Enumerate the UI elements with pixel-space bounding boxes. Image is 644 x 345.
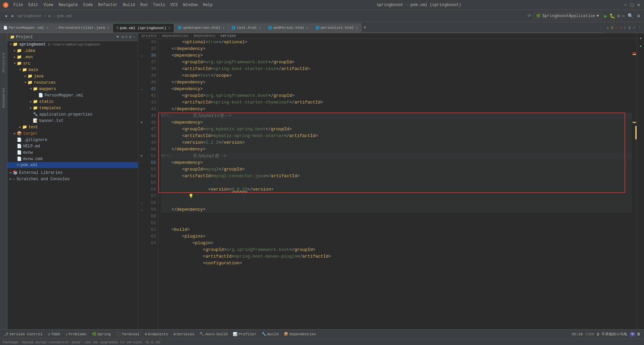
close-button[interactable]: ✕ bbox=[636, 2, 641, 8]
tree-item-name: pom.xml bbox=[20, 163, 37, 167]
menu-vcs[interactable]: VCS bbox=[168, 2, 180, 8]
gutter-cell-fold[interactable]: ⌄ bbox=[138, 206, 145, 213]
tree-item-static[interactable]: ▶ 📁 static bbox=[7, 98, 138, 105]
menu-window[interactable]: Window bbox=[180, 2, 200, 8]
sidebar-tab-structure[interactable]: Structure bbox=[1, 50, 7, 75]
gear-editor-button[interactable]: ⋮ bbox=[638, 25, 641, 30]
tree-item-test[interactable]: ▶ 📁 test bbox=[7, 124, 138, 130]
tree-item-target[interactable]: ▶ 📦 target bbox=[7, 130, 138, 137]
gutter-cell-fold[interactable]: ⌄ bbox=[138, 200, 145, 206]
tab-close-icon[interactable]: ✕ bbox=[306, 26, 308, 30]
tree-item-mvnw-cmd[interactable]: 📄 mvnw.cmd bbox=[7, 156, 138, 162]
debug-button[interactable]: 🐛 bbox=[609, 13, 615, 19]
toolbar-forward[interactable]: ▶ bbox=[10, 13, 16, 19]
profiler-button[interactable]: 📊 Profiler bbox=[231, 331, 258, 337]
tree-item-mvnw[interactable]: 📄 mvnw bbox=[7, 149, 138, 156]
input-cn-button[interactable]: 中 bbox=[630, 332, 635, 337]
gutter-cell-fold[interactable]: ⌄ bbox=[138, 86, 145, 92]
terminal-button[interactable]: ⬛ Terminal bbox=[115, 331, 141, 337]
filetree-locate-button[interactable]: ⊕ bbox=[121, 34, 124, 40]
menu-help[interactable]: Help bbox=[200, 2, 215, 8]
tree-item-external-libraries[interactable]: ▶ 📚 External Libraries bbox=[7, 169, 138, 176]
notification-icon-1[interactable]: ● bbox=[638, 36, 643, 41]
tab-close-icon[interactable]: ✕ bbox=[356, 26, 358, 30]
tab-updateperson-html[interactable]: 🌐 updateperson.html ✕ bbox=[174, 23, 228, 32]
version-control-button[interactable]: ⎇ Version Control bbox=[3, 331, 44, 337]
notification-icon-2[interactable]: ■ bbox=[638, 43, 643, 49]
services-button[interactable]: ⚙ Services bbox=[172, 331, 196, 337]
tree-item-pom-xml[interactable]: m pom.xml bbox=[7, 162, 138, 168]
filetree-minimize-button[interactable]: ─ bbox=[133, 35, 135, 40]
gutter-cell-fold[interactable]: ● bbox=[138, 153, 145, 159]
tree-item-banner-txt[interactable]: 📝 banner.txt bbox=[7, 118, 138, 124]
git-icon: ⎇ bbox=[4, 332, 8, 336]
vcs-update-icon[interactable]: ⟳ bbox=[528, 13, 531, 18]
tab-personmapper-xml[interactable]: 📄 PersonMapper.xml ✕ bbox=[0, 23, 52, 32]
menu-tools[interactable]: Tools bbox=[150, 2, 168, 8]
minimize-button[interactable]: ─ bbox=[623, 2, 628, 8]
tree-item-templates[interactable]: ▶ 📁 templates bbox=[7, 105, 138, 111]
menu-refactor[interactable]: Refactor bbox=[96, 2, 120, 8]
tree-item-gitignore[interactable]: 📄 .gitignore bbox=[7, 137, 138, 143]
menu-edit[interactable]: Edit bbox=[26, 2, 41, 8]
menu-view[interactable]: View bbox=[41, 2, 56, 8]
tab-personlist-html[interactable]: 🌐 personlist.html ✕ bbox=[312, 23, 362, 32]
tree-item-personmapper-xml[interactable]: 📄 PersonMapper.xml bbox=[7, 92, 138, 98]
toolbar-back[interactable]: ◀ bbox=[3, 13, 9, 19]
tree-item-main[interactable]: ▼ 📁 main bbox=[7, 67, 138, 73]
gutter-cell-fold[interactable]: ● bbox=[138, 119, 145, 126]
tab-close-icon[interactable]: ✕ bbox=[46, 26, 48, 30]
code-editor[interactable]: ⌄ ⌄ ● ● bbox=[138, 39, 637, 329]
todo-button[interactable]: ☑ TODO bbox=[47, 331, 61, 337]
filetree-options-button[interactable]: ⚙ bbox=[129, 34, 131, 40]
more-run-button[interactable]: ⋯ bbox=[622, 13, 625, 19]
code-content[interactable]: <optional>true</optional> </dependency> … bbox=[158, 39, 632, 329]
input-en-button[interactable]: 英 bbox=[636, 332, 641, 337]
tab-close-icon[interactable]: ✕ bbox=[259, 26, 261, 30]
tab-close-icon[interactable]: ✕ bbox=[222, 26, 224, 30]
menu-navigate[interactable]: Navigate bbox=[56, 2, 80, 8]
tabs-overflow-button[interactable]: ▼ bbox=[362, 23, 368, 32]
gutter-cell-fold[interactable]: ⌄ bbox=[138, 52, 145, 59]
tab-close-icon[interactable]: ✕ bbox=[168, 26, 170, 30]
tree-item-src[interactable]: ▼ 📁 src bbox=[7, 60, 138, 67]
dropdown-arrow-icon: ▼ bbox=[597, 14, 599, 18]
menu-file[interactable]: File bbox=[11, 2, 26, 8]
spring-button[interactable]: 🌿 Spring bbox=[91, 331, 112, 337]
tree-item-help-md[interactable]: 📄 HELP.md bbox=[7, 143, 138, 149]
run-button[interactable]: ▶ bbox=[604, 13, 607, 19]
tree-item-springbooot[interactable]: ▼ 📁 springbooot D:\Users\Admin\springboo… bbox=[7, 41, 138, 48]
tab-personcontroller-java[interactable]: ☕ PersonController.java ✕ bbox=[52, 23, 113, 32]
tree-item-scratches[interactable]: ▶ ✏ Scratches and Consoles bbox=[7, 176, 138, 182]
expand-editor-button[interactable]: ⤢ bbox=[633, 25, 636, 30]
tree-item-java[interactable]: ▶ 📁 java bbox=[7, 73, 138, 79]
maximize-button[interactable]: □ bbox=[629, 2, 635, 8]
menu-build[interactable]: Build bbox=[120, 2, 138, 8]
endpoints-button[interactable]: ⊕ Endpoints bbox=[144, 331, 169, 337]
tab-pom-xml[interactable]: m pom.xml (springbooot) ✕ bbox=[113, 23, 174, 32]
tab-test-html[interactable]: 🌐 test.html ✕ bbox=[228, 23, 264, 32]
menu-run[interactable]: Run bbox=[138, 2, 150, 8]
menu-code[interactable]: Code bbox=[80, 2, 96, 8]
tab-addperson-html[interactable]: 🌐 addPerson.html ✕ bbox=[265, 23, 312, 32]
problems-button[interactable]: ⚠ Problems bbox=[64, 331, 88, 337]
gutter-cell bbox=[138, 79, 145, 86]
auto-build-button[interactable]: 🔨 Auto-build bbox=[198, 331, 229, 337]
filetree-collapse-button[interactable]: ≡ bbox=[125, 35, 127, 40]
tree-item-idea[interactable]: ▶ 📁 .idea bbox=[7, 48, 138, 54]
code-line-48: <artifactId>mybatis-spring-boot-starter<… bbox=[161, 133, 632, 139]
tree-item-mvn[interactable]: ▶ 📁 .mvn bbox=[7, 54, 138, 60]
build-button[interactable]: 🔧 Build bbox=[260, 331, 280, 337]
search-everywhere-button[interactable]: 🔍 bbox=[626, 12, 635, 19]
tree-item-resources[interactable]: ▼ 📁 resources bbox=[7, 79, 138, 86]
tree-item-application-properties[interactable]: 🔧 application.properties bbox=[7, 111, 138, 118]
dependencies-button[interactable]: 📦 Dependencies bbox=[282, 331, 317, 337]
tree-item-mappers[interactable]: ▼ 📁 mappers bbox=[7, 86, 138, 92]
run-config-dropdown[interactable]: 🌿 SpringboootApplication ▼ bbox=[533, 13, 602, 19]
coverage-button[interactable]: ⊙ bbox=[617, 13, 620, 19]
settings-button[interactable]: ⚙ bbox=[636, 12, 641, 19]
main-area: Structure Bookmarks 📁 Project ▼ ⊕ ≡ ⚙ ─ … bbox=[0, 33, 644, 329]
sidebar-tab-bookmarks[interactable]: Bookmarks bbox=[1, 85, 7, 110]
lightbulb-icon[interactable]: 💡 bbox=[189, 194, 194, 199]
tab-close-icon[interactable]: ✕ bbox=[107, 26, 109, 30]
